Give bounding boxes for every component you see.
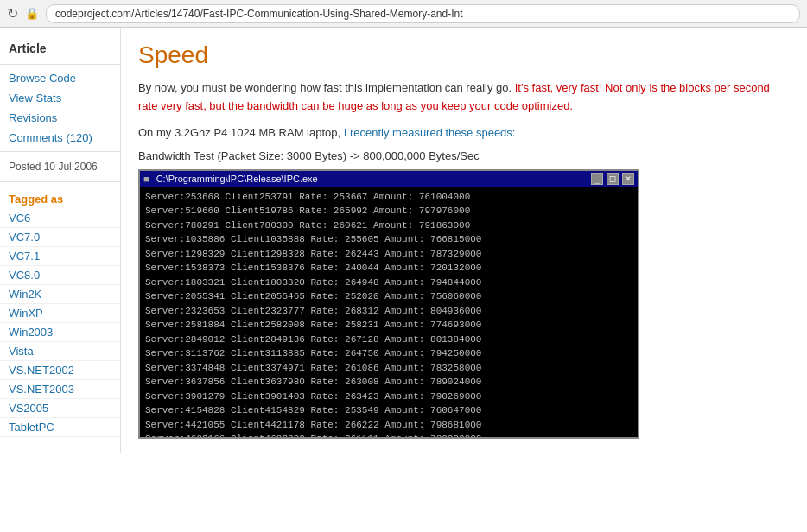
terminal-row: Server:2581884 Client2582008 Rate: 25823… xyxy=(145,318,632,332)
terminal-row: Server:3637856 Client3637980 Rate: 26300… xyxy=(145,375,632,390)
terminal-row: Server:2849012 Client2849136 Rate: 26712… xyxy=(145,332,632,347)
terminal-window: ■ C:\Programming\IPC\Release\IPC.exe _ □… xyxy=(138,169,639,439)
terminal-row: Server:519660 Client519786 Rate: 265992 … xyxy=(145,204,632,218)
terminal-row: Server:4154828 Client4154829 Rate: 25354… xyxy=(145,403,632,418)
tag-vsnet2002[interactable]: VS.NET2002 xyxy=(0,361,120,380)
browser-bar: ↻ 🔒 codeproject.com/Articles/14740/Fast-… xyxy=(0,0,807,28)
article-section-title: Article xyxy=(0,36,120,60)
terminal-row: Server:4421055 Client4421178 Rate: 26622… xyxy=(145,418,632,433)
tag-vs2005[interactable]: VS2005 xyxy=(0,399,120,418)
terminal-minimize-button[interactable]: _ xyxy=(591,173,603,185)
measured-link[interactable]: I recently measured these speeds: xyxy=(344,126,516,139)
terminal-row: Server:3113762 Client3113885 Rate: 26475… xyxy=(145,346,632,361)
tagged-as-title: Tagged as xyxy=(0,186,120,209)
terminal-row: Server:2323653 Client2323777 Rate: 26831… xyxy=(145,304,632,319)
terminal-row: Server:1538373 Client1538376 Rate: 24004… xyxy=(145,261,632,276)
tag-vc80[interactable]: VC8.0 xyxy=(0,266,120,285)
terminal-row: Server:780291 Client780300 Rate: 260621 … xyxy=(145,218,632,233)
section-title: Speed xyxy=(138,41,790,69)
sidebar-link-revisions[interactable]: Revisions xyxy=(0,108,120,128)
tag-winxp[interactable]: WinXP xyxy=(0,304,120,323)
terminal-titlebar: ■ C:\Programming\IPC\Release\IPC.exe _ □… xyxy=(140,171,638,187)
sidebar-link-view-stats[interactable]: View Stats xyxy=(0,88,120,108)
terminal-row: Server:4682166 Client4682290 Rate: 26111… xyxy=(145,432,632,437)
tag-vista[interactable]: Vista xyxy=(0,342,120,361)
terminal-row: Server:3374848 Client3374971 Rate: 26108… xyxy=(145,361,632,376)
tag-vsnet2003[interactable]: VS.NET2003 xyxy=(0,380,120,399)
sidebar-divider-3 xyxy=(0,181,120,182)
tag-vc71[interactable]: VC7.1 xyxy=(0,247,120,266)
terminal-row: Server:1035886 Client1035888 Rate: 25560… xyxy=(145,232,632,247)
tag-win2k[interactable]: Win2K xyxy=(0,285,120,304)
intro-paragraph: By now, you must be wondering how fast t… xyxy=(138,79,790,116)
terminal-row: Server:1803321 Client1803320 Rate: 26494… xyxy=(145,276,632,290)
page-layout: Article Browse Code View Stats Revisions… xyxy=(0,28,807,453)
main-content: Speed By now, you must be wondering how … xyxy=(121,28,807,453)
tag-vc6[interactable]: VC6 xyxy=(0,209,120,228)
terminal-close-button[interactable]: ✕ xyxy=(622,173,634,185)
terminal-maximize-button[interactable]: □ xyxy=(607,173,619,185)
bandwidth-label: Bandwidth Test (Packet Size: 3000 Bytes)… xyxy=(138,149,790,162)
terminal-row: Server:2055341 Client2055465 Rate: 25202… xyxy=(145,289,632,304)
posted-date: Posted 10 Jul 2006 xyxy=(0,155,120,178)
terminal-row: Server:1298329 Client1298328 Rate: 26244… xyxy=(145,247,632,262)
terminal-row: Server:253668 Client253791 Rate: 253667 … xyxy=(145,190,632,205)
terminal-title-icon: ■ xyxy=(143,174,149,184)
terminal-title-text: C:\Programming\IPC\Release\IPC.exe xyxy=(156,174,588,184)
terminal-row: Server:3901279 Client3901403 Rate: 26342… xyxy=(145,390,632,404)
sidebar-divider-2 xyxy=(0,151,120,152)
sidebar-link-browse-code[interactable]: Browse Code xyxy=(0,68,120,88)
sidebar-divider-1 xyxy=(0,64,120,65)
tag-vc70[interactable]: VC7.0 xyxy=(0,228,120,247)
sidebar: Article Browse Code View Stats Revisions… xyxy=(0,28,121,453)
sidebar-link-comments[interactable]: Comments (120) xyxy=(0,128,120,148)
intro-highlight: It's fast, very fast! Not only is the bl… xyxy=(138,81,770,112)
refresh-icon[interactable]: ↻ xyxy=(7,5,18,22)
tag-tabletpc[interactable]: TabletPC xyxy=(0,418,120,437)
terminal-body[interactable]: Server:253668 Client253791 Rate: 253667 … xyxy=(140,187,638,437)
tag-win2003[interactable]: Win2003 xyxy=(0,323,120,342)
measured-paragraph: On my 3.2Ghz P4 1024 MB RAM laptop, I re… xyxy=(138,126,790,139)
lock-icon: 🔒 xyxy=(25,7,39,20)
url-bar[interactable]: codeproject.com/Articles/14740/Fast-IPC-… xyxy=(46,4,800,23)
